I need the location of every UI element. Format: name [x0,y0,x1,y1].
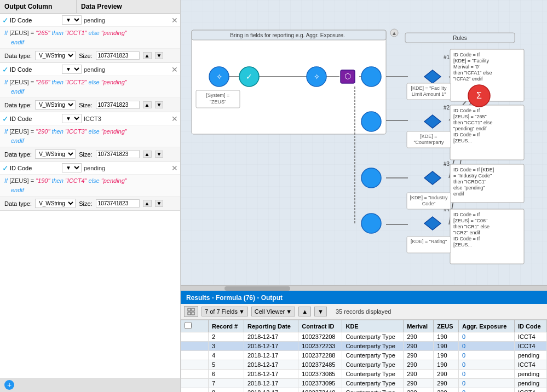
dtype-select-2[interactable]: V_WString [35,100,76,109]
col-header-reporting: Reporting Date [244,320,298,332]
svg-text:ID Code = If: ID Code = If [453,132,480,137]
fields-dropdown-button[interactable]: 7 of 7 Fields ▼ [201,307,248,316]
cell-idCode: ICCT4 [514,342,546,351]
field-dropdown-3[interactable]: ▼ [62,114,82,123]
svg-text:ID Code = If: ID Code = If [453,236,480,241]
sort-desc-button[interactable]: ▼ [314,307,327,316]
field-check-2[interactable]: ✓ [2,65,9,74]
field-check-3[interactable]: ✓ [2,114,9,123]
col-header-record: Record # [209,320,244,332]
field-block-4: ✓ ID Code ▼ pending ✕ If [ZEUS] = "190" … [0,162,180,211]
cell-reportingDate: 2018-12-17 [244,342,298,351]
select-all-checkbox[interactable] [185,322,192,329]
grid-view-button[interactable] [184,306,198,317]
cell-kde: Counterparty Type [342,388,404,393]
cell-record: 5 [209,360,244,370]
dtype-label-1: Data type: [4,53,32,59]
cell-reportingDate: 2018-12-17 [244,370,298,379]
size-spin-up-3[interactable]: ▲ [143,151,152,158]
delete-field-3[interactable]: ✕ [171,114,178,123]
field-dropdown-4[interactable]: ▼ [62,163,82,172]
cell-zeus: 190 [434,332,459,342]
left-content: ✓ ID Code ▼ pending ✕ If [ZEUS] = "265" … [0,14,180,378]
canvas-area[interactable]: Bring in fields for reporting e.g. Aggr.… [181,0,547,285]
table-row[interactable]: 22018-12-171002372208Counterparty Type29… [181,332,547,342]
svg-text:"ICFA2" endif: "ICFA2" endif [453,76,483,82]
cell-idCode: pending [514,379,546,388]
dtype-row-4: Data type: V_WString Size: ▲ ▼ [0,196,180,210]
table-row[interactable]: 62018-12-171002373085Counterparty Type29… [181,370,547,379]
field-dropdown-1[interactable]: ▼ [62,15,82,25]
svg-text:ID Code = If: ID Code = If [453,52,480,57]
grid-icon [187,308,195,315]
dtype-label-3: Data type: [4,151,32,158]
field-dropdown-2[interactable]: ▼ [62,65,82,74]
main-container: Output Column Data Preview ✓ ID Code ▼ p… [0,0,547,392]
size-spin-down-3[interactable]: ▼ [155,151,164,158]
svg-text:[ZEUS...: [ZEUS... [453,242,472,247]
table-row[interactable]: 52018-12-171002372485Counterparty Type29… [181,360,547,370]
dtype-select-1[interactable]: V_WString [35,51,76,60]
cell-record: 4 [209,351,244,360]
table-row[interactable]: 42018-12-171002372288Counterparty Type29… [181,351,547,360]
formula-row-2: If [ZEUS] = "266" then "ICCT2" else "pen… [0,76,180,97]
cell-merival: 290 [404,332,434,342]
cell-kde: Counterparty Type [342,342,404,351]
right-panel: Bring in fields for reporting e.g. Aggr.… [181,0,547,392]
svg-text:[KDE] = "Industry: [KDE] = "Industry [410,195,448,200]
field-value-2: pending [82,66,169,73]
table-row[interactable]: 72018-12-171002373095Counterparty Type29… [181,379,547,388]
svg-text:"ICR2" endif: "ICR2" endif [453,230,480,235]
cell-reportingDate: 2018-12-17 [244,332,298,342]
size-spin-up-2[interactable]: ▲ [143,101,152,108]
left-panel: Output Column Data Preview ✓ ID Code ▼ p… [0,0,181,392]
size-input-1[interactable] [96,51,140,60]
delete-field-2[interactable]: ✕ [171,65,178,74]
canvas-svg: Bring in fields for reporting e.g. Aggr.… [181,0,547,285]
size-spin-down-2[interactable]: ▼ [155,101,164,108]
svg-point-34 [361,214,381,233]
size-input-2[interactable] [96,101,140,109]
cell-viewer-button[interactable]: Cell Viewer ▼ [251,307,295,316]
svg-rect-85 [188,312,191,315]
field-row-3: ✓ ID Code ▼ ICCT3 ✕ [0,112,180,125]
size-spin-down-1[interactable]: ▼ [155,52,164,59]
results-tbody: 22018-12-171002372208Counterparty Type29… [181,332,547,393]
svg-text:ID Code = If: ID Code = If [453,108,480,113]
fields-count-label: 7 of 7 Fields [205,308,238,315]
field-name-1: ID Code [10,17,62,24]
dtype-select-3[interactable]: V_WString [35,149,76,159]
cell-viewer-label: Cell Viewer [255,308,285,315]
delete-field-1[interactable]: ✕ [171,16,178,25]
size-spin-up-1[interactable]: ▲ [143,52,152,59]
canvas-hscroll[interactable] [181,285,547,291]
size-input-3[interactable] [96,150,140,158]
cell-merival: 290 [404,360,434,370]
results-table-wrapper[interactable]: Record # Reporting Date Contract ID KDE … [181,320,547,392]
formula-row-3: If [ZEUS] = "290" then "ICCT3" else "pen… [0,125,180,147]
cell-reportingDate: 2018-12-17 [244,351,298,360]
cell-aggrExposure: 0 [458,342,514,351]
delete-field-4[interactable]: ✕ [171,164,178,172]
dtype-select-4[interactable]: V_WString [35,199,76,208]
svg-text:[KDE] = "Facility: [KDE] = "Facility [411,85,447,91]
field-row-2: ✓ ID Code ▼ pending ✕ [0,63,180,76]
field-check-1[interactable]: ✓ [2,16,9,25]
table-row[interactable]: 82018-12-171002373440Counterparty Type29… [181,388,547,393]
cell-idCode: pending [514,370,546,379]
svg-rect-83 [188,308,191,311]
cell-aggrExposure: 0 [458,351,514,360]
field-name-3: ID Code [10,116,62,122]
cell-zeus: 190 [434,360,459,370]
sort-asc-button[interactable]: ▲ [298,307,311,316]
add-field-button[interactable]: + [4,380,14,390]
field-check-4[interactable]: ✓ [2,164,9,172]
cell-idCode: ICCT4 [514,388,546,393]
svg-text:ID Code = If [KDE]: ID Code = If [KDE] [453,167,494,172]
results-toolbar: 7 of 7 Fields ▼ Cell Viewer ▼ ▲ ▼ 35 rec… [181,304,547,320]
size-input-4[interactable] [96,199,140,207]
cell-aggrExposure: 0 [458,388,514,393]
size-spin-up-4[interactable]: ▲ [143,200,152,207]
size-spin-down-4[interactable]: ▼ [155,200,164,207]
table-row[interactable]: 32018-12-171002372233Counterparty Type29… [181,342,547,351]
